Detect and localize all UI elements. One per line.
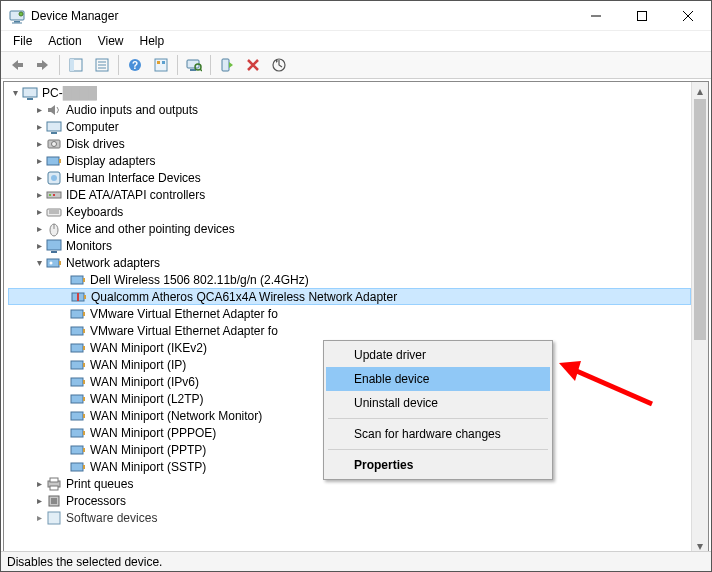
tree-root[interactable]: ▾ PC-████ xyxy=(8,84,691,101)
svg-rect-27 xyxy=(51,132,57,134)
svg-rect-47 xyxy=(71,276,83,284)
svg-point-3 xyxy=(19,12,23,16)
svg-rect-48 xyxy=(83,278,85,282)
back-button[interactable] xyxy=(5,53,29,77)
ctx-separator xyxy=(328,418,548,419)
tree-category-network-adapters[interactable]: ▾ Network adapters xyxy=(8,254,691,271)
computer-icon xyxy=(22,85,38,101)
chevron-right-icon[interactable]: ▸ xyxy=(32,138,46,149)
svg-rect-59 xyxy=(71,378,83,386)
audio-icon xyxy=(46,102,62,118)
menu-help[interactable]: Help xyxy=(134,34,171,48)
forward-button[interactable] xyxy=(31,53,55,77)
tree-device[interactable]: Dell Wireless 1506 802.11b/g/n (2.4GHz) xyxy=(8,271,691,288)
svg-rect-53 xyxy=(71,327,83,335)
action-list-button[interactable] xyxy=(149,53,173,77)
chevron-down-icon[interactable]: ▾ xyxy=(32,257,46,268)
tree-category-computer[interactable]: ▸ Computer xyxy=(8,118,691,135)
tree-category-software-devices[interactable]: ▸ Software devices xyxy=(8,509,691,526)
vertical-scrollbar[interactable]: ▴ ▾ xyxy=(691,82,708,554)
tree-category-audio[interactable]: ▸ Audio inputs and outputs xyxy=(8,101,691,118)
network-adapter-icon xyxy=(70,459,86,475)
scroll-track[interactable] xyxy=(692,99,708,537)
chevron-right-icon[interactable]: ▸ xyxy=(32,495,46,506)
scroll-up-button[interactable]: ▴ xyxy=(692,82,708,99)
svg-rect-24 xyxy=(23,88,37,97)
ctx-enable-device[interactable]: Enable device xyxy=(326,367,550,391)
svg-rect-54 xyxy=(83,329,85,333)
tree-category-keyboards[interactable]: ▸ Keyboards xyxy=(8,203,691,220)
ctx-separator xyxy=(328,449,548,450)
network-adapter-icon xyxy=(70,425,86,441)
computer-icon xyxy=(46,119,62,135)
chevron-right-icon[interactable]: ▸ xyxy=(32,121,46,132)
chevron-right-icon[interactable]: ▸ xyxy=(32,206,46,217)
tree-category-hid[interactable]: ▸ Human Interface Devices xyxy=(8,169,691,186)
window-title: Device Manager xyxy=(31,9,573,23)
menubar: File Action View Help xyxy=(1,31,711,51)
tree-category-ide[interactable]: ▸ IDE ATA/ATAPI controllers xyxy=(8,186,691,203)
chevron-right-icon[interactable]: ▸ xyxy=(32,240,46,251)
tree-device[interactable]: VMware Virtual Ethernet Adapter fo xyxy=(8,322,691,339)
svg-rect-6 xyxy=(37,63,43,67)
svg-rect-69 xyxy=(71,463,83,471)
svg-rect-43 xyxy=(51,251,57,253)
svg-rect-60 xyxy=(83,380,85,384)
menu-file[interactable]: File xyxy=(7,34,38,48)
tree-category-mice[interactable]: ▸ Mice and other pointing devices xyxy=(8,220,691,237)
toolbar-separator xyxy=(210,55,211,75)
chevron-right-icon[interactable]: ▸ xyxy=(32,478,46,489)
chevron-right-icon[interactable]: ▸ xyxy=(32,172,46,183)
svg-rect-2 xyxy=(12,22,22,23)
ctx-update-driver[interactable]: Update driver xyxy=(326,343,550,367)
network-adapter-icon xyxy=(70,340,86,356)
properties-button[interactable] xyxy=(90,53,114,77)
svg-rect-45 xyxy=(59,261,61,265)
device-tree[interactable]: ▾ PC-████ ▸ Audio inputs and outputs ▸ C… xyxy=(4,82,691,554)
update-driver-button[interactable] xyxy=(267,53,291,77)
chevron-right-icon[interactable]: ▸ xyxy=(32,512,46,523)
enable-device-button[interactable] xyxy=(215,53,239,77)
tree-category-display-adapters[interactable]: ▸ Display adapters xyxy=(8,152,691,169)
close-button[interactable] xyxy=(665,1,711,31)
help-button[interactable]: ? xyxy=(123,53,147,77)
network-adapter-icon xyxy=(70,357,86,373)
tree-category-disk-drives[interactable]: ▸ Disk drives xyxy=(8,135,691,152)
chevron-right-icon[interactable]: ▸ xyxy=(32,155,46,166)
svg-rect-4 xyxy=(638,12,647,21)
menu-action[interactable]: Action xyxy=(42,34,87,48)
svg-rect-31 xyxy=(59,159,61,163)
chevron-right-icon[interactable]: ▸ xyxy=(32,189,46,200)
context-menu: Update driver Enable device Uninstall de… xyxy=(323,340,553,480)
svg-rect-25 xyxy=(27,98,33,100)
chevron-down-icon[interactable]: ▾ xyxy=(8,87,22,98)
status-text: Disables the selected device. xyxy=(7,555,162,569)
svg-rect-30 xyxy=(47,157,59,165)
menu-view[interactable]: View xyxy=(92,34,130,48)
tree-device-selected[interactable]: Qualcomm Atheros QCA61x4A Wireless Netwo… xyxy=(8,288,691,305)
ctx-uninstall-device[interactable]: Uninstall device xyxy=(326,391,550,415)
ctx-properties[interactable]: Properties xyxy=(326,453,550,477)
tree-device[interactable]: VMware Virtual Ethernet Adapter fo xyxy=(8,305,691,322)
scan-hardware-button[interactable] xyxy=(182,53,206,77)
toolbar: ? xyxy=(1,51,711,79)
network-adapter-icon xyxy=(71,289,87,305)
svg-rect-52 xyxy=(83,312,85,316)
ctx-scan-hardware[interactable]: Scan for hardware changes xyxy=(326,422,550,446)
svg-line-21 xyxy=(200,69,202,71)
minimize-button[interactable] xyxy=(573,1,619,31)
tree-category-monitors[interactable]: ▸ Monitors xyxy=(8,237,691,254)
chevron-right-icon[interactable]: ▸ xyxy=(32,104,46,115)
tree-category-processors[interactable]: ▸ Processors xyxy=(8,492,691,509)
maximize-button[interactable] xyxy=(619,1,665,31)
scroll-thumb[interactable] xyxy=(694,99,706,340)
svg-rect-57 xyxy=(71,361,83,369)
tree-root-label: PC-████ xyxy=(42,86,97,100)
svg-rect-26 xyxy=(47,122,61,131)
chevron-right-icon[interactable]: ▸ xyxy=(32,223,46,234)
software-icon xyxy=(46,510,62,526)
svg-rect-56 xyxy=(83,346,85,350)
show-hide-tree-button[interactable] xyxy=(64,53,88,77)
network-adapter-icon xyxy=(70,391,86,407)
uninstall-device-button[interactable] xyxy=(241,53,265,77)
